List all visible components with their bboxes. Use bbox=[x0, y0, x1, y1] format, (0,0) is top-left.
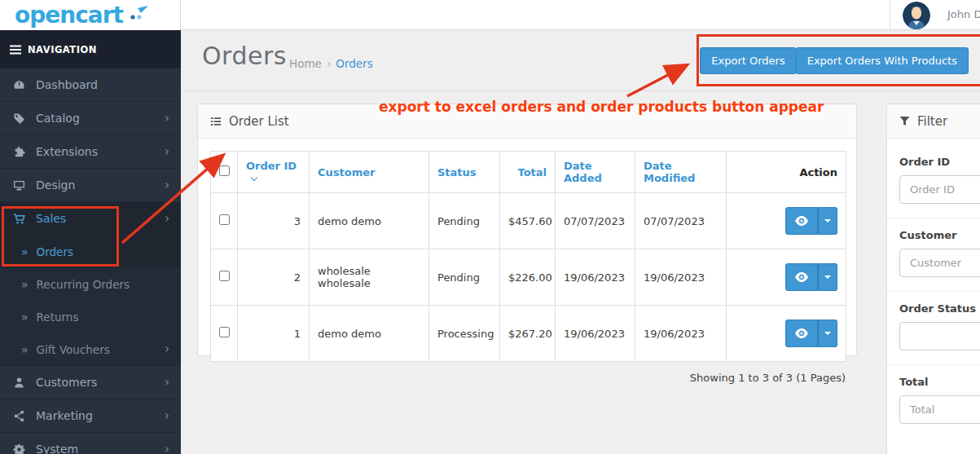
order-status-label: Order Status bbox=[899, 302, 980, 315]
action-dropdown-button[interactable] bbox=[818, 207, 837, 235]
logo[interactable]: opencart bbox=[0, 0, 181, 30]
cell-order-id: 1 bbox=[238, 306, 310, 362]
sidebar-item-label: Design bbox=[36, 179, 75, 192]
cell-date-modified: 07/07/2023 bbox=[635, 193, 727, 249]
opencart-cart-icon bbox=[128, 5, 149, 20]
table-header-row: Order ID Customer Status Total Date Adde… bbox=[211, 152, 846, 193]
order-list-title: Order List bbox=[229, 114, 289, 129]
action-dropdown-button[interactable] bbox=[818, 320, 837, 347]
cell-status: Processing bbox=[429, 306, 500, 362]
view-order-button[interactable] bbox=[785, 320, 818, 347]
table-row: 3 demo demo Pending $457.60 07/07/2023 0… bbox=[211, 193, 846, 249]
view-order-button[interactable] bbox=[785, 263, 818, 291]
caret-down-icon bbox=[824, 332, 831, 335]
cell-status: Pending bbox=[429, 193, 500, 249]
sidebar-item-label: Orders bbox=[37, 245, 73, 258]
column-customer[interactable]: Customer bbox=[318, 166, 375, 179]
sidebar-item-label: Recurring Orders bbox=[37, 278, 130, 291]
view-order-button[interactable] bbox=[785, 207, 818, 235]
sidebar-item-design[interactable]: Design › bbox=[0, 169, 181, 202]
export-orders-button[interactable]: Export Orders bbox=[700, 47, 796, 74]
sidebar-item-label: Sales bbox=[36, 212, 66, 225]
chevron-right-icon: › bbox=[165, 410, 169, 422]
sidebar-item-returns[interactable]: » Returns bbox=[0, 301, 181, 333]
cell-customer: demo demo bbox=[310, 306, 429, 362]
page-title: Orders bbox=[202, 42, 287, 70]
sidebar-item-marketing[interactable]: Marketing › bbox=[0, 399, 181, 433]
column-total[interactable]: Total bbox=[517, 166, 547, 179]
column-date-added[interactable]: Date Added bbox=[564, 160, 602, 184]
puzzle-icon bbox=[11, 146, 26, 158]
filter-icon bbox=[899, 116, 910, 126]
breadcrumb-current[interactable]: Orders bbox=[336, 57, 372, 70]
monitor-icon bbox=[11, 179, 26, 192]
dashboard-icon bbox=[11, 79, 26, 91]
select-all-checkbox[interactable] bbox=[219, 165, 230, 176]
cell-date-added: 19/06/2023 bbox=[556, 249, 635, 306]
chevron-right-icon: › bbox=[165, 343, 169, 355]
sidebar-item-recurring-orders[interactable]: » Recurring Orders bbox=[0, 268, 181, 301]
order-list-body: Order ID Customer Status Total Date Adde… bbox=[198, 139, 856, 396]
user-name[interactable]: John D bbox=[947, 8, 980, 20]
avatar[interactable] bbox=[903, 2, 930, 29]
breadcrumb: Home›Orders bbox=[289, 57, 373, 70]
sidebar-item-customers[interactable]: Customers › bbox=[0, 366, 181, 399]
eye-icon bbox=[795, 328, 808, 338]
row-checkbox[interactable] bbox=[219, 327, 230, 337]
column-action: Action bbox=[727, 152, 846, 193]
caret-down-icon bbox=[824, 275, 831, 279]
cell-order-id: 3 bbox=[238, 193, 310, 249]
tag-icon bbox=[11, 112, 26, 125]
column-status[interactable]: Status bbox=[437, 166, 477, 179]
cell-total: $226.00 bbox=[500, 249, 556, 306]
sidebar-item-label: Catalog bbox=[36, 112, 80, 125]
sidebar-item-catalog[interactable]: Catalog › bbox=[0, 102, 181, 135]
navigation-title: NAVIGATION bbox=[28, 44, 97, 55]
top-header: opencart John D bbox=[0, 0, 980, 30]
header-buttons: Export Orders Export Orders With Product… bbox=[700, 47, 969, 74]
sidebar-item-label: System bbox=[36, 443, 78, 454]
double-chevron-icon: » bbox=[21, 343, 29, 356]
order-id-input[interactable] bbox=[899, 175, 980, 204]
hamburger-icon bbox=[10, 45, 21, 55]
sidebar-item-sales[interactable]: Sales › bbox=[0, 202, 181, 236]
avatar-image bbox=[903, 2, 930, 29]
cart-icon bbox=[11, 213, 26, 225]
sidebar-item-label: Extensions bbox=[36, 145, 98, 158]
navigation-header: NAVIGATION bbox=[0, 30, 181, 68]
column-order-id[interactable]: Order ID bbox=[246, 160, 297, 172]
cell-status: Pending bbox=[429, 249, 500, 306]
column-date-modified[interactable]: Date Modified bbox=[644, 160, 695, 184]
export-orders-with-products-button[interactable]: Export Orders With Products bbox=[796, 47, 969, 74]
breadcrumb-home[interactable]: Home bbox=[289, 57, 322, 70]
orders-table: Order ID Customer Status Total Date Adde… bbox=[210, 151, 846, 362]
chevron-right-icon: › bbox=[165, 179, 169, 192]
chevron-right-icon: › bbox=[165, 112, 169, 125]
sidebar-item-dashboard[interactable]: Dashboard bbox=[0, 68, 181, 102]
double-chevron-icon: » bbox=[21, 278, 29, 291]
row-checkbox[interactable] bbox=[219, 271, 230, 281]
order-status-select[interactable] bbox=[899, 322, 980, 350]
cell-date-modified: 19/06/2023 bbox=[635, 249, 727, 306]
sidebar-item-extensions[interactable]: Extensions › bbox=[0, 135, 181, 169]
filter-panel: Filter Order ID Customer Order Status To… bbox=[886, 104, 980, 454]
share-icon bbox=[11, 410, 26, 422]
list-icon bbox=[210, 116, 222, 127]
sidebar-item-orders[interactable]: » Orders bbox=[0, 236, 181, 268]
table-row: 1 demo demo Processing $267.20 19/06/202… bbox=[211, 306, 846, 362]
chevron-right-icon: › bbox=[165, 443, 169, 454]
sidebar-item-label: Marketing bbox=[36, 409, 93, 422]
chevron-right-icon: › bbox=[165, 146, 169, 158]
eye-icon bbox=[795, 272, 808, 282]
action-dropdown-button[interactable] bbox=[818, 263, 837, 291]
sidebar-item-system[interactable]: System › bbox=[0, 433, 181, 454]
sidebar-item-gift-vouchers[interactable]: » Gift Vouchers › bbox=[0, 333, 181, 366]
total-input[interactable] bbox=[899, 395, 980, 424]
action-split-button bbox=[785, 320, 837, 347]
sidebar-navigation: NAVIGATION Dashboard Catalog › Extension… bbox=[0, 30, 181, 454]
logo-text: opencart bbox=[15, 4, 123, 27]
customer-label: Customer bbox=[899, 229, 980, 241]
customer-input[interactable] bbox=[899, 249, 980, 277]
row-checkbox[interactable] bbox=[219, 214, 230, 225]
header-divider bbox=[890, 0, 890, 30]
